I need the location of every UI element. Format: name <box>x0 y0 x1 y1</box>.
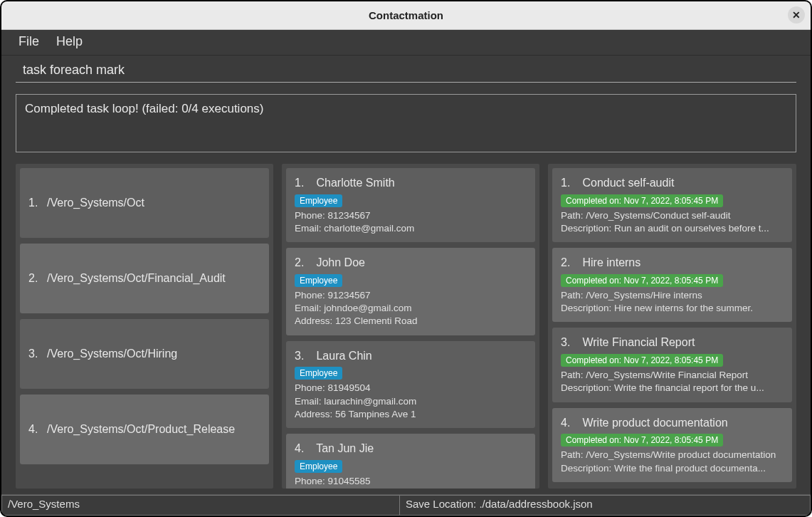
group-path: /Vero_Systems/Oct <box>47 195 144 211</box>
menubar: File Help <box>1 30 811 56</box>
group-item[interactable]: 3. /Vero_Systems/Oct/Hiring <box>20 319 269 389</box>
employee-badge: Employee <box>295 194 342 207</box>
contact-item[interactable]: 1. Charlotte Smith Employee Phone: 81234… <box>286 168 535 242</box>
task-path: Path: /Vero_Systems/Write Financial Repo… <box>561 369 784 382</box>
employee-badge: Employee <box>295 460 342 473</box>
task-path: Path: /Vero_Systems/Write product docume… <box>561 449 784 461</box>
contact-name: Charlotte Smith <box>316 177 394 189</box>
task-index: 4. <box>561 415 579 431</box>
task-desc: Description: Hire new interns for the su… <box>561 302 784 315</box>
group-path: /Vero_Systems/Oct/Financial_Audit <box>47 271 226 286</box>
contact-phone: Phone: 81949504 <box>295 382 527 395</box>
contact-item[interactable]: 4. Tan Jun Jie Employee Phone: 91045585 … <box>286 434 535 489</box>
group-path: /Vero_Systems/Oct/Hiring <box>47 346 177 362</box>
contact-phone: Phone: 81234567 <box>295 209 527 222</box>
command-input[interactable] <box>16 57 796 83</box>
group-list[interactable]: 1. /Vero_Systems/Oct 2. /Vero_Systems/Oc… <box>16 164 273 489</box>
content-columns: 1. /Vero_Systems/Oct 2. /Vero_Systems/Oc… <box>1 158 811 494</box>
task-list[interactable]: 1. Conduct self-audit Completed on: Nov … <box>548 164 796 489</box>
group-item[interactable]: 2. /Vero_Systems/Oct/Financial_Audit <box>20 244 269 313</box>
menu-file[interactable]: File <box>19 34 39 49</box>
task-item[interactable]: 4. Write product documentation Completed… <box>552 408 792 482</box>
task-index: 2. <box>561 255 579 271</box>
group-index: 1. <box>28 195 47 211</box>
group-item[interactable]: 1. /Vero_Systems/Oct <box>20 168 269 238</box>
employee-badge: Employee <box>295 274 342 287</box>
completed-badge: Completed on: Nov 7, 2022, 8:05:45 PM <box>561 194 723 207</box>
app-window: Contactmation ✕ File Help Completed task… <box>0 0 812 517</box>
contact-item[interactable]: 2. John Doe Employee Phone: 91234567 Ema… <box>286 248 535 335</box>
result-message: Completed task loop! (failed: 0/4 execut… <box>16 94 796 152</box>
task-index: 1. <box>561 175 579 191</box>
task-path: Path: /Vero_Systems/Conduct self-audit <box>561 209 784 222</box>
contact-index: 3. <box>295 348 313 364</box>
task-desc: Description: Run an audit on ourselves b… <box>561 222 784 235</box>
contact-email: Email: tanjj@gmail.com <box>295 488 527 489</box>
contact-index: 4. <box>295 441 313 456</box>
group-index: 4. <box>28 422 47 437</box>
close-icon: ✕ <box>792 9 801 21</box>
titlebar: Contactmation ✕ <box>1 1 811 30</box>
contact-phone: Phone: 91045585 <box>295 475 527 488</box>
contact-index: 2. <box>295 255 313 271</box>
status-save-location: Save Location: ./data/addressbook.json <box>400 495 811 516</box>
status-path: /Vero_Systems <box>1 495 400 516</box>
contact-name: Laura Chin <box>316 350 371 362</box>
task-desc: Description: Write the final product doc… <box>561 462 784 475</box>
task-desc: Description: Write the financial report … <box>561 382 784 395</box>
contact-address: Address: 56 Tampines Ave 1 <box>295 408 527 421</box>
close-button[interactable]: ✕ <box>788 6 805 24</box>
contact-email: Email: charlotte@gmail.com <box>295 222 527 235</box>
contact-item[interactable]: 3. Laura Chin Employee Phone: 81949504 E… <box>286 341 535 428</box>
task-title: Write Financial Report <box>582 336 695 348</box>
task-path: Path: /Vero_Systems/Hire interns <box>561 289 784 302</box>
completed-badge: Completed on: Nov 7, 2022, 8:05:45 PM <box>561 434 723 446</box>
group-path: /Vero_Systems/Oct/Product_Release <box>47 422 235 437</box>
task-title: Conduct self-audit <box>582 177 674 189</box>
task-index: 3. <box>561 335 579 350</box>
menu-help[interactable]: Help <box>56 34 83 49</box>
contact-list[interactable]: 1. Charlotte Smith Employee Phone: 81234… <box>282 164 539 489</box>
task-item[interactable]: 2. Hire interns Completed on: Nov 7, 202… <box>552 248 792 322</box>
contact-email: Email: laurachin@gmail.com <box>295 395 527 408</box>
contact-email: Email: johndoe@gmail.com <box>295 302 527 315</box>
task-item[interactable]: 3. Write Financial Report Completed on: … <box>552 328 792 402</box>
group-index: 3. <box>28 346 47 362</box>
statusbar: /Vero_Systems Save Location: ./data/addr… <box>1 494 811 516</box>
contact-address: Address: 123 Clementi Road <box>295 315 527 328</box>
contact-name: John Doe <box>316 256 365 268</box>
completed-badge: Completed on: Nov 7, 2022, 8:05:45 PM <box>561 274 723 287</box>
task-title: Write product documentation <box>582 417 727 429</box>
group-item[interactable]: 4. /Vero_Systems/Oct/Product_Release <box>20 395 269 464</box>
contact-index: 1. <box>295 175 313 191</box>
command-wrap <box>1 56 811 83</box>
completed-badge: Completed on: Nov 7, 2022, 8:05:45 PM <box>561 354 723 367</box>
group-index: 2. <box>28 271 47 286</box>
contact-name: Tan Jun Jie <box>316 442 374 454</box>
contact-phone: Phone: 91234567 <box>295 289 527 302</box>
task-title: Hire interns <box>582 256 640 268</box>
task-item[interactable]: 1. Conduct self-audit Completed on: Nov … <box>552 168 792 242</box>
employee-badge: Employee <box>295 367 342 380</box>
window-title: Contactmation <box>369 9 443 21</box>
